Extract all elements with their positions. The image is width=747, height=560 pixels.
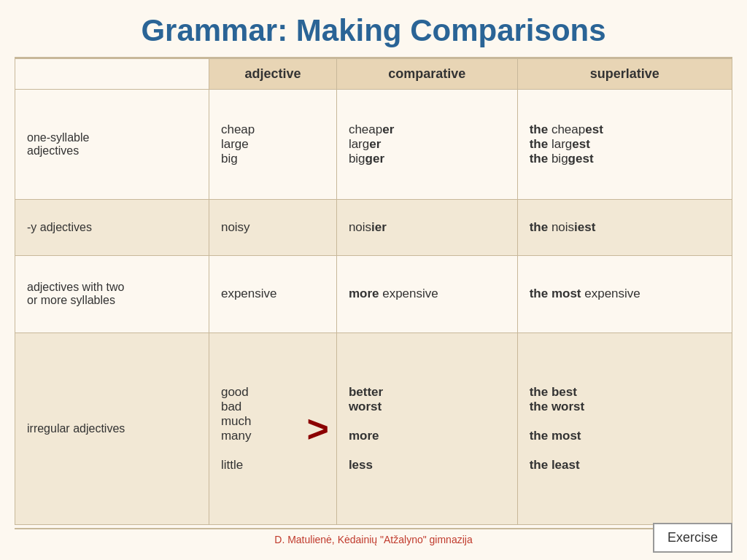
comparative-cell: noisier [336,200,517,255]
category-label: adjectives with twoor more syllables [15,255,209,332]
adjective-cell: cheaplargebig [209,90,336,200]
exercise-button[interactable]: Exercise [653,523,732,553]
col-header-superlative: superlative [517,59,732,90]
adjective-cell: noisy [209,200,336,255]
col-header-adjective: adjective [209,59,336,90]
superlative-cell: the noisiest [517,200,732,255]
col-header-category [15,59,209,90]
superlative-cell: the cheapestthe largestthe biggest [517,90,732,200]
adj-text: goodbadmuchmanylittle [221,385,252,472]
grammar-table: adjective comparative superlative one-sy… [15,58,732,525]
footer: D. Matulienė, Kėdainių "Atžalyno" gimnaz… [15,529,732,553]
table-row: -y adjectives noisy noisier the noisiest [15,200,732,255]
table-row: one-syllableadjectives cheaplargebig che… [15,90,732,200]
superlative-cell: the most expensive [517,255,732,332]
superlative-cell: the bestthe worstthe mostthe least [517,332,732,524]
table-row: adjectives with twoor more syllables exp… [15,255,732,332]
greater-than-symbol: > [307,407,329,451]
credit-text: D. Matulienė, Kėdainių "Atžalyno" gimnaz… [274,529,472,550]
page-title: Grammar: Making Comparisons [15,0,732,57]
page-wrapper: Grammar: Making Comparisons adjective co… [0,0,747,560]
comparative-cell: betterworstmoreless [336,332,517,524]
category-label: one-syllableadjectives [15,90,209,200]
category-label: -y adjectives [15,200,209,255]
adjective-cell: expensive [209,255,336,332]
table-row: irregular adjectives goodbadmuchmanylitt… [15,332,732,524]
category-label: irregular adjectives [15,332,209,524]
col-header-comparative: comparative [336,59,517,90]
adjective-cell: goodbadmuchmanylittle > [209,332,336,524]
comparative-cell: cheaperlargerbigger [336,90,517,200]
comparative-cell: more expensive [336,255,517,332]
